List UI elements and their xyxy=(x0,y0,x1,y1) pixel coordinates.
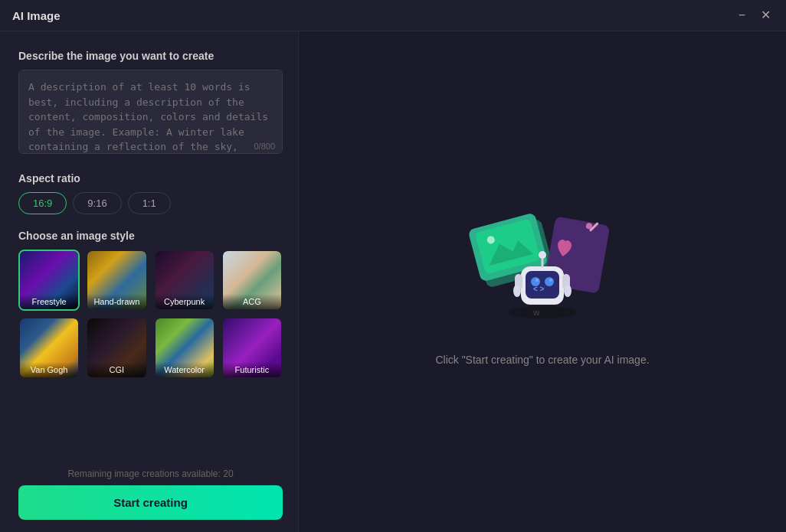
svg-point-12 xyxy=(535,279,539,282)
style-item-cyberpunk[interactable]: Cyberpunk xyxy=(154,250,215,311)
svg-text:< >: < > xyxy=(533,285,545,293)
style-label-cgi: CGI xyxy=(87,362,146,377)
svg-point-13 xyxy=(549,279,552,282)
style-item-handdrawn[interactable]: Hand-drawn xyxy=(86,250,147,311)
window-controls: − ✕ xyxy=(735,8,774,23)
right-panel: < > w Click "Start creating" to create xyxy=(299,31,786,532)
aspect-btn-1x1[interactable]: 1:1 xyxy=(128,192,171,214)
window-title: AI Image xyxy=(12,9,61,22)
aspect-section: Aspect ratio 16:9 9:16 1:1 xyxy=(18,172,283,214)
aspect-btn-16x9[interactable]: 16:9 xyxy=(18,192,67,214)
style-section: Choose an image style Freestyle Hand-dra… xyxy=(18,230,283,379)
svg-point-21 xyxy=(564,285,571,297)
describe-label: Describe the image you want to create xyxy=(18,50,283,62)
style-item-freestyle[interactable]: Freestyle xyxy=(18,250,80,311)
style-label-vangogh: Van Gogh xyxy=(20,362,78,377)
style-label-cyberpunk: Cyberpunk xyxy=(156,294,214,309)
content-area: Describe the image you want to create 0/… xyxy=(0,31,786,532)
close-button[interactable]: ✕ xyxy=(758,8,774,23)
aspect-label: Aspect ratio xyxy=(18,172,283,184)
titlebar: AI Image − ✕ xyxy=(0,0,786,31)
style-item-futuristic[interactable]: Futuristic xyxy=(221,317,283,378)
style-item-cgi[interactable]: CGI xyxy=(86,317,147,378)
right-placeholder-text: Click "Start creating" to create your AI… xyxy=(435,354,649,366)
description-textarea[interactable] xyxy=(18,70,283,154)
style-label-handdrawn: Hand-drawn xyxy=(87,294,146,309)
char-count: 0/800 xyxy=(254,142,275,151)
aspect-buttons: 16:9 9:16 1:1 xyxy=(18,192,283,214)
minimize-button[interactable]: − xyxy=(735,8,748,23)
robot-illustration: < > w xyxy=(458,197,627,335)
style-label: Choose an image style xyxy=(18,230,283,242)
svg-point-22 xyxy=(508,306,577,318)
remaining-text: Remaining image creations available: 20 xyxy=(18,468,283,479)
left-panel: Describe the image you want to create 0/… xyxy=(0,31,299,532)
style-label-futuristic: Futuristic xyxy=(223,362,281,377)
style-label-freestyle: Freestyle xyxy=(20,294,78,309)
style-item-acg[interactable]: ACG xyxy=(221,250,283,311)
style-item-vangogh[interactable]: Van Gogh xyxy=(18,317,80,378)
bottom-section: Remaining image creations available: 20 … xyxy=(18,468,283,520)
main-window: AI Image − ✕ Describe the image you want… xyxy=(0,0,786,532)
textarea-wrapper: 0/800 xyxy=(18,70,283,157)
style-label-watercolor: Watercolor xyxy=(156,362,214,377)
svg-point-11 xyxy=(545,277,554,286)
start-creating-button[interactable]: Start creating xyxy=(18,485,283,520)
style-label-acg: ACG xyxy=(223,294,281,309)
svg-point-20 xyxy=(513,285,521,297)
svg-point-18 xyxy=(539,251,546,259)
style-item-watercolor[interactable]: Watercolor xyxy=(154,317,215,378)
style-grid: Freestyle Hand-drawn Cyberpunk ACG xyxy=(18,250,283,379)
aspect-btn-9x16[interactable]: 9:16 xyxy=(73,192,121,214)
